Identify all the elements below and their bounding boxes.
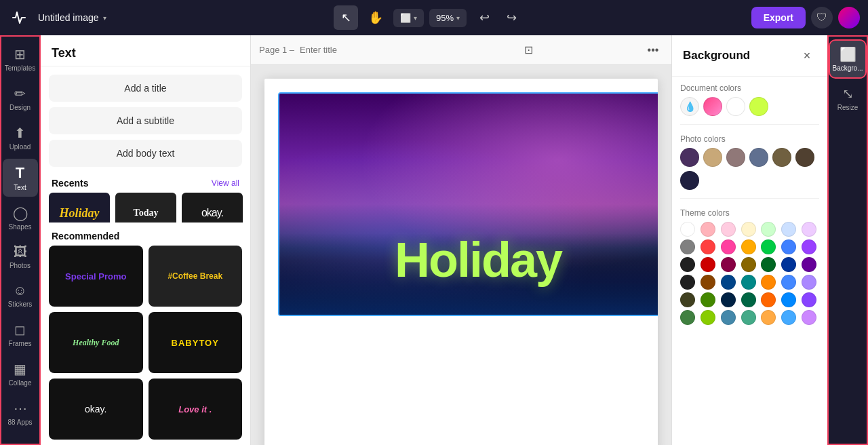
user-avatar[interactable] <box>838 7 860 28</box>
photo-color-1[interactable] <box>680 148 699 167</box>
sidebar-item-stickers[interactable]: ☺ Stickers <box>3 277 38 313</box>
redo-button[interactable]: ↪ <box>499 5 524 30</box>
select-tool-button[interactable]: ↖ <box>334 5 358 30</box>
recent-item-okay[interactable]: okay. <box>182 193 243 222</box>
theme-swatch-16[interactable] <box>721 257 736 272</box>
theme-swatch-30[interactable] <box>721 292 736 307</box>
undo-button[interactable]: ↩ <box>472 5 496 30</box>
theme-swatch-9[interactable] <box>721 239 736 254</box>
photo-color-7[interactable] <box>680 171 699 190</box>
photo-color-5[interactable] <box>772 148 791 167</box>
theme-swatch-31[interactable] <box>741 292 756 307</box>
doc-color-swatch-white[interactable] <box>726 97 745 116</box>
theme-swatch-22[interactable] <box>701 275 715 290</box>
view-all-link[interactable]: View all <box>212 178 239 188</box>
recent-item-today[interactable]: Today <box>115 193 176 222</box>
bg-panel-close-button[interactable]: × <box>797 46 816 65</box>
theme-swatch-15[interactable] <box>701 257 715 272</box>
theme-swatch-36[interactable] <box>701 310 715 325</box>
text-add-buttons: Add a title Add a subtitle Add body text <box>41 66 250 170</box>
logo-icon[interactable] <box>8 7 30 28</box>
theme-swatch-2[interactable] <box>721 222 736 237</box>
sidebar-item-photos[interactable]: 🖼 Photos <box>3 239 38 275</box>
sidebar-item-apps[interactable]: ⋯ 88 Apps <box>3 395 38 431</box>
zoom-control[interactable]: 95% ▾ <box>429 9 467 27</box>
shield-icon[interactable]: 🛡 <box>811 7 833 28</box>
add-body-button[interactable]: Add body text <box>49 140 242 167</box>
theme-swatch-8[interactable] <box>701 239 715 254</box>
apps-icon: ⋯ <box>14 400 27 417</box>
theme-swatch-3[interactable] <box>741 222 756 237</box>
doc-color-swatch-lime[interactable] <box>749 97 768 116</box>
right-icon-background[interactable]: ⬜ Backgro... <box>830 41 865 77</box>
more-options-button[interactable]: ••• <box>643 40 663 60</box>
theme-swatch-19[interactable] <box>781 257 796 272</box>
sidebar-item-collage[interactable]: ▦ Collage <box>3 355 38 392</box>
right-icon-resize[interactable]: ⤡ Resize <box>830 80 865 117</box>
theme-swatch-41[interactable] <box>802 310 816 325</box>
theme-swatch-25[interactable] <box>761 275 776 290</box>
theme-swatch-6[interactable] <box>802 222 816 237</box>
rec-item-coffee-break[interactable]: #Coffee Break <box>149 246 243 307</box>
export-button[interactable]: Export <box>751 7 806 28</box>
text-icon: T <box>16 164 24 182</box>
photos-icon: 🖼 <box>14 244 27 260</box>
rec-item-loveit[interactable]: Love it . <box>149 379 243 440</box>
theme-swatch-37[interactable] <box>721 310 736 325</box>
sidebar-item-shapes[interactable]: ◯ Shapes <box>3 199 38 236</box>
page-title-input[interactable] <box>300 45 414 55</box>
doc-color-swatch-pink[interactable] <box>703 97 722 116</box>
theme-swatch-38[interactable] <box>741 310 756 325</box>
eyedropper-button[interactable]: 💧 <box>680 97 699 116</box>
sidebar-item-frames[interactable]: ◻ Frames <box>3 316 38 353</box>
hand-tool-button[interactable]: ✋ <box>363 5 388 30</box>
theme-swatch-1[interactable] <box>701 222 715 237</box>
theme-swatch-14[interactable] <box>680 257 695 272</box>
rec-item-okay2[interactable]: okay. <box>49 379 143 440</box>
theme-swatch-11[interactable] <box>761 239 776 254</box>
canvas-scroll-area[interactable]: Holiday <box>251 65 671 445</box>
theme-swatch-27[interactable] <box>802 275 816 290</box>
theme-swatch-24[interactable] <box>741 275 756 290</box>
theme-swatch-20[interactable] <box>802 257 816 272</box>
fit-page-button[interactable]: ⊡ <box>518 40 538 60</box>
theme-swatch-18[interactable] <box>761 257 776 272</box>
sidebar-item-text[interactable]: T Text <box>3 159 38 197</box>
theme-swatch-28[interactable] <box>680 292 695 307</box>
theme-swatch-17[interactable] <box>741 257 756 272</box>
theme-swatch-33[interactable] <box>781 292 796 307</box>
theme-swatch-10[interactable] <box>741 239 756 254</box>
theme-swatch-23[interactable] <box>721 275 736 290</box>
photo-color-3[interactable] <box>726 148 745 167</box>
theme-swatch-4[interactable] <box>761 222 776 237</box>
recent-item-holiday[interactable]: Holiday <box>49 193 110 222</box>
sidebar-item-templates[interactable]: ⊞ Templates <box>3 41 38 77</box>
add-title-button[interactable]: Add a title <box>49 75 242 102</box>
theme-swatch-34[interactable] <box>802 292 816 307</box>
rec-item-special-promo[interactable]: Special Promo <box>49 246 143 307</box>
frame-tool-button[interactable]: ⬜ ▾ <box>393 9 424 27</box>
sidebar-item-upload[interactable]: ⬆ Upload <box>3 119 38 156</box>
theme-swatch-13[interactable] <box>802 239 816 254</box>
document-title-area[interactable]: Untitled image ▾ <box>38 12 106 23</box>
theme-swatch-40[interactable] <box>781 310 796 325</box>
photo-color-2[interactable] <box>703 148 722 167</box>
photo-color-6[interactable] <box>795 148 814 167</box>
add-subtitle-button[interactable]: Add a subtitle <box>49 107 242 134</box>
rec-item-healthy-food[interactable]: Healthy Food <box>49 312 143 373</box>
theme-swatch-7[interactable] <box>680 239 695 254</box>
theme-swatch-35[interactable] <box>680 310 695 325</box>
photo-color-4[interactable] <box>749 148 768 167</box>
theme-swatch-29[interactable] <box>701 292 715 307</box>
sidebar-item-design[interactable]: ✏ Design <box>3 80 38 117</box>
theme-swatch-26[interactable] <box>781 275 796 290</box>
topbar: Untitled image ▾ ↖ ✋ ⬜ ▾ 95% ▾ ↩ ↪ Expor… <box>0 0 868 35</box>
theme-swatch-5[interactable] <box>781 222 796 237</box>
theme-swatch-0[interactable] <box>680 222 695 237</box>
frame-icon: ⬜ <box>400 13 411 23</box>
theme-swatch-12[interactable] <box>781 239 796 254</box>
rec-item-babytoy[interactable]: BABYTOY <box>149 312 243 373</box>
theme-swatch-21[interactable] <box>680 275 695 290</box>
theme-swatch-39[interactable] <box>761 310 776 325</box>
theme-swatch-32[interactable] <box>761 292 776 307</box>
